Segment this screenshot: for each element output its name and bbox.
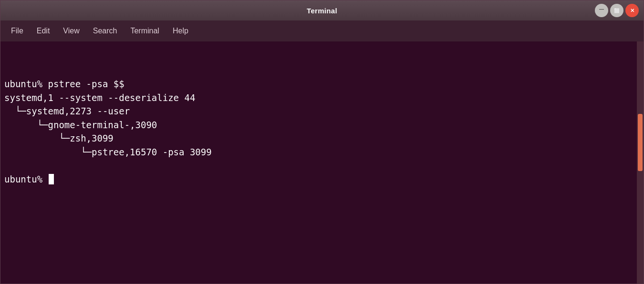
menu-help[interactable]: Help bbox=[167, 24, 194, 38]
minimize-button[interactable] bbox=[595, 4, 608, 17]
menu-terminal[interactable]: Terminal bbox=[125, 24, 165, 38]
menu-search[interactable]: Search bbox=[87, 24, 123, 38]
window-controls bbox=[595, 4, 639, 17]
titlebar: Terminal bbox=[0, 0, 644, 20]
scrollbar-thumb[interactable] bbox=[638, 114, 643, 171]
menu-edit[interactable]: Edit bbox=[31, 24, 56, 38]
terminal-cursor bbox=[49, 174, 54, 184]
terminal-output[interactable]: ubuntu% pstree -psa $$ systemd,1 --syste… bbox=[0, 41, 637, 284]
menu-view[interactable]: View bbox=[57, 24, 85, 38]
window-title: Terminal bbox=[307, 7, 337, 15]
menubar: File Edit View Search Terminal Help bbox=[0, 20, 644, 41]
close-button[interactable] bbox=[625, 4, 639, 17]
terminal-body[interactable]: ubuntu% pstree -psa $$ systemd,1 --syste… bbox=[0, 41, 644, 284]
terminal-window: Terminal File Edit View Search Terminal … bbox=[0, 0, 644, 284]
maximize-button[interactable] bbox=[610, 4, 623, 17]
vertical-scrollbar[interactable] bbox=[637, 41, 644, 284]
menu-file[interactable]: File bbox=[5, 24, 29, 38]
